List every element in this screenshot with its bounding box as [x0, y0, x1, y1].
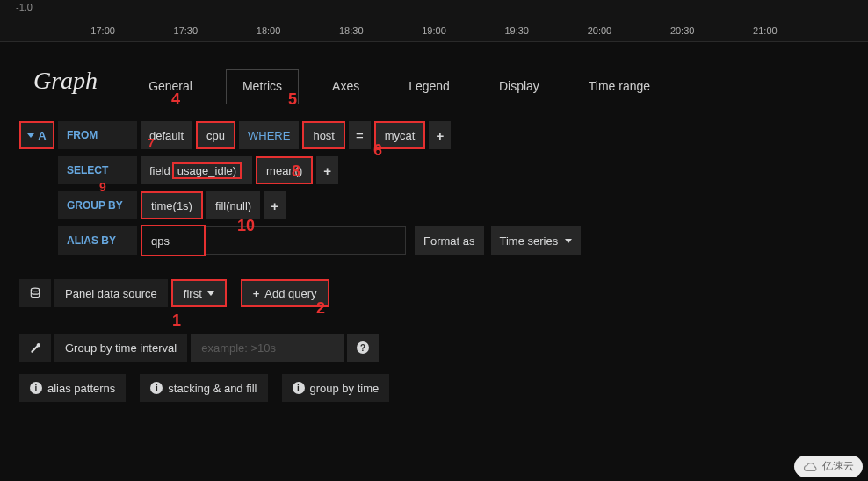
tab-axes[interactable]: Axes	[316, 70, 375, 104]
query-editor: A FROM default cpu WHERE host = mycat + …	[0, 104, 868, 269]
help-label: alias patterns	[47, 382, 115, 395]
help-alias-patterns[interactable]: i alias patterns	[19, 374, 126, 402]
caret-down-icon	[207, 291, 214, 296]
cloud-icon	[803, 461, 819, 473]
x-tick: 20:00	[558, 25, 640, 36]
x-axis: 17:00 17:30 18:00 18:30 19:00 19:30 20:0…	[0, 25, 868, 36]
query-from-row: A FROM default cpu WHERE host = mycat +	[19, 120, 849, 150]
tab-general[interactable]: General	[133, 70, 208, 104]
panel-title: Graph	[33, 67, 98, 104]
where-add-button[interactable]: +	[429, 121, 451, 149]
alias-input[interactable]	[142, 226, 204, 255]
alias-input-redbox	[141, 225, 206, 256]
field-name: usage_idle)	[172, 162, 242, 179]
info-icon: i	[30, 382, 42, 394]
query-groupby-row: GROUP BY time(1s) fill(null) +	[19, 190, 849, 220]
group-interval-row: Group by time interval ?	[19, 333, 849, 363]
x-tick: 17:00	[61, 25, 144, 36]
x-tick: 17:30	[144, 25, 227, 36]
format-as-value: Time series	[500, 234, 559, 248]
groupby-fill-segment[interactable]: fill(null)	[206, 191, 260, 219]
x-tick: 20:30	[641, 25, 724, 36]
alias-keyword: ALIAS BY	[58, 226, 137, 255]
tab-display[interactable]: Display	[483, 70, 555, 104]
where-keyword: WHERE	[239, 121, 299, 149]
query-letter: A	[38, 129, 46, 142]
from-keyword: FROM	[58, 121, 137, 149]
bottom-controls: Panel data source first + Add query 1 2 …	[0, 269, 868, 422]
x-tick: 21:00	[724, 25, 807, 36]
help-label: group by time	[310, 382, 380, 395]
help-label: stacking & and fill	[168, 382, 257, 395]
x-tick: 18:30	[310, 25, 393, 36]
where-operator[interactable]: =	[349, 121, 371, 149]
tab-metrics[interactable]: Metrics	[226, 69, 299, 104]
select-add-button[interactable]: +	[316, 156, 338, 184]
groupby-time-segment[interactable]: time(1s)	[141, 191, 203, 219]
datasource-icon-cell	[19, 279, 51, 307]
help-stacking-fill[interactable]: i stacking & and fill	[140, 374, 267, 402]
format-as-label: Format as	[415, 226, 484, 255]
groupby-add-button[interactable]: +	[264, 191, 286, 219]
query-select-row: SELECT fieldusage_idle) mean() +	[19, 155, 849, 185]
database-icon	[29, 287, 41, 299]
select-field-segment[interactable]: fieldusage_idle)	[141, 156, 252, 184]
annotation-1: 1	[172, 312, 181, 330]
x-tick: 18:00	[227, 25, 309, 36]
tab-legend[interactable]: Legend	[393, 70, 466, 104]
format-as-select[interactable]: Time series	[491, 226, 582, 255]
axis-line	[44, 11, 859, 11]
query-handle-a[interactable]: A	[19, 121, 54, 149]
x-tick: 19:30	[475, 25, 558, 36]
tab-time-range[interactable]: Time range	[573, 70, 666, 104]
add-query-button[interactable]: + Add query	[241, 279, 329, 307]
select-function-segment[interactable]: mean()	[256, 156, 313, 184]
measurement-segment[interactable]: cpu	[196, 121, 235, 149]
watermark-text: 亿速云	[822, 459, 854, 474]
add-query-label: Add query	[264, 287, 316, 300]
datasource-row: Panel data source first + Add query	[19, 278, 849, 308]
datasource-select[interactable]: first	[171, 279, 227, 307]
wrench-icon-cell	[19, 334, 51, 362]
panel-tabs-row: Graph General Metrics Axes Legend Displa…	[0, 42, 868, 104]
x-tick: 19:00	[393, 25, 475, 36]
wrench-icon	[30, 342, 41, 354]
group-interval-label: Group by time interval	[54, 334, 187, 362]
where-tag-key[interactable]: host	[302, 121, 345, 149]
group-interval-input-cell	[191, 334, 344, 362]
field-prefix: field	[149, 164, 170, 177]
group-interval-help[interactable]: ?	[347, 334, 379, 362]
watermark: 亿速云	[794, 456, 863, 477]
help-group-by-time[interactable]: i group by time	[282, 374, 390, 402]
caret-down-icon	[27, 133, 34, 138]
question-icon: ?	[357, 341, 369, 354]
group-interval-input[interactable]	[201, 341, 333, 355]
select-keyword: SELECT	[58, 156, 137, 184]
plus-icon: +	[253, 287, 260, 300]
alias-input-extended[interactable]	[206, 226, 406, 255]
info-icon: i	[293, 382, 305, 394]
chart-area: -1.0 17:00 17:30 18:00 18:30 19:00 19:30…	[0, 0, 868, 42]
groupby-keyword: GROUP BY	[58, 191, 137, 219]
info-icon: i	[150, 382, 163, 394]
caret-down-icon	[565, 239, 572, 243]
datasource-value: first	[184, 287, 202, 300]
datasource-label: Panel data source	[54, 279, 168, 307]
query-alias-row: ALIAS BY Format as Time series	[19, 226, 849, 255]
svg-point-0	[31, 288, 39, 291]
help-buttons-row: i alias patterns i stacking & and fill i…	[19, 373, 849, 403]
y-tick: -1.0	[16, 2, 33, 12]
where-tag-value[interactable]: mycat	[374, 121, 426, 149]
retention-policy-segment[interactable]: default	[141, 121, 192, 149]
